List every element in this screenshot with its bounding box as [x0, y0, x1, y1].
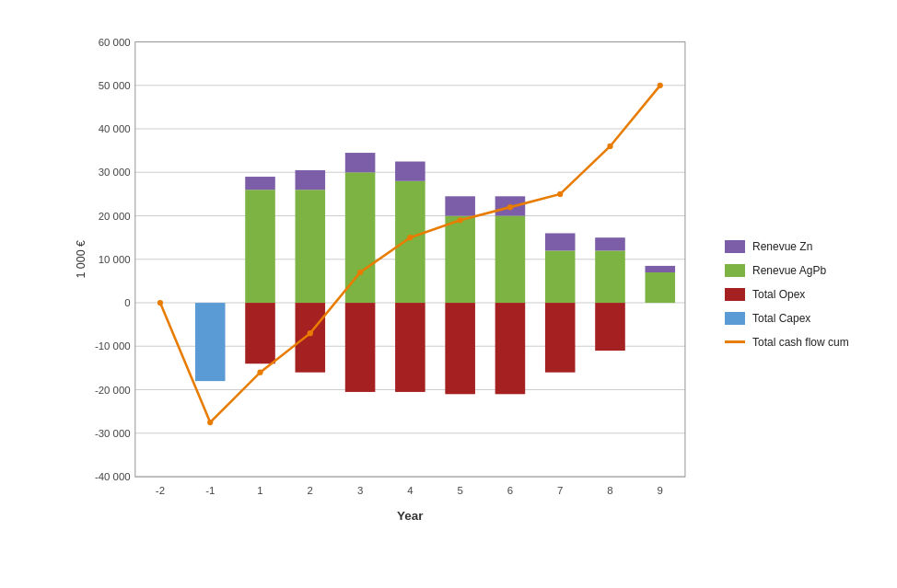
svg-rect-35 — [245, 190, 275, 303]
svg-text:-1: -1 — [205, 484, 215, 495]
chart-legend: Renevue ZnRenevue AgPbTotal OpexTotal Ca… — [716, 9, 891, 580]
legend-label: Total cash flow cum — [752, 336, 849, 349]
legend-item: Total cash flow cum — [725, 336, 891, 349]
svg-rect-50 — [495, 215, 526, 303]
legend-item: Renevue AgPb — [725, 264, 891, 277]
svg-text:9: 9 — [658, 484, 663, 495]
svg-text:0: 0 — [124, 297, 130, 308]
svg-text:8: 8 — [607, 484, 612, 495]
svg-rect-59 — [645, 272, 675, 303]
svg-text:60 000: 60 000 — [99, 36, 131, 47]
svg-rect-38 — [296, 190, 326, 303]
svg-rect-45 — [395, 161, 425, 180]
svg-text:2: 2 — [308, 484, 313, 495]
legend-label: Renevue Zn — [752, 240, 812, 253]
svg-point-61 — [157, 299, 163, 305]
svg-point-70 — [607, 143, 612, 148]
svg-text:-10 000: -10 000 — [95, 340, 131, 352]
svg-text:1 000 €: 1 000 € — [75, 239, 87, 278]
legend-bar-swatch — [725, 288, 745, 301]
svg-rect-60 — [645, 265, 675, 271]
svg-rect-57 — [595, 237, 625, 250]
svg-text:3: 3 — [357, 484, 363, 495]
svg-point-71 — [658, 82, 663, 87]
svg-rect-41 — [345, 172, 376, 303]
svg-text:-40 000: -40 000 — [95, 471, 131, 482]
svg-text:1: 1 — [257, 484, 262, 495]
svg-point-68 — [507, 204, 513, 210]
svg-rect-55 — [545, 303, 576, 373]
svg-text:40 000: 40 000 — [99, 123, 131, 134]
svg-text:10 000: 10 000 — [99, 253, 131, 264]
svg-point-67 — [458, 217, 463, 223]
svg-rect-44 — [395, 180, 425, 302]
legend-item: Total Capex — [725, 312, 891, 325]
svg-point-69 — [557, 190, 563, 196]
svg-rect-48 — [445, 196, 475, 215]
svg-rect-43 — [345, 303, 376, 392]
svg-rect-52 — [495, 303, 526, 394]
svg-point-66 — [407, 235, 413, 240]
svg-text:4: 4 — [407, 484, 414, 495]
chart-container: -40 000-30 000-20 000-10 000010 00020 00… — [6, 9, 891, 580]
svg-point-62 — [207, 419, 213, 424]
svg-point-63 — [257, 369, 262, 375]
legend-bar-swatch — [725, 264, 745, 277]
svg-rect-47 — [445, 215, 475, 303]
svg-text:-20 000: -20 000 — [95, 384, 131, 395]
svg-rect-37 — [245, 303, 275, 363]
svg-rect-46 — [395, 303, 425, 392]
svg-rect-36 — [245, 177, 275, 190]
svg-text:6: 6 — [507, 484, 513, 495]
svg-rect-42 — [345, 153, 376, 172]
svg-text:5: 5 — [457, 484, 462, 495]
svg-text:-2: -2 — [156, 484, 165, 495]
svg-text:20 000: 20 000 — [99, 210, 131, 221]
svg-rect-53 — [545, 250, 576, 303]
legend-line-swatch — [725, 340, 745, 343]
svg-rect-54 — [545, 233, 576, 250]
chart-area: -40 000-30 000-20 000-10 000010 00020 00… — [6, 9, 716, 580]
svg-rect-56 — [595, 250, 625, 303]
legend-bar-swatch — [725, 312, 745, 325]
svg-text:50 000: 50 000 — [99, 79, 131, 90]
chart-svg: -40 000-30 000-20 000-10 000010 00020 00… — [71, 28, 706, 525]
svg-point-64 — [308, 330, 313, 336]
svg-rect-39 — [296, 169, 326, 189]
svg-text:30 000: 30 000 — [99, 167, 131, 178]
svg-text:Year: Year — [397, 508, 424, 522]
legend-label: Total Opex — [752, 288, 805, 301]
svg-rect-40 — [296, 303, 326, 373]
legend-label: Renevue AgPb — [752, 264, 826, 277]
legend-item: Renevue Zn — [725, 240, 891, 253]
legend-label: Total Capex — [752, 312, 810, 325]
legend-item: Total Opex — [725, 288, 891, 301]
svg-rect-58 — [595, 303, 625, 351]
svg-rect-49 — [445, 303, 475, 394]
legend-bar-swatch — [725, 240, 745, 253]
svg-text:-30 000: -30 000 — [95, 427, 131, 438]
svg-text:7: 7 — [557, 484, 563, 495]
svg-point-65 — [357, 269, 363, 274]
svg-rect-34 — [195, 303, 226, 381]
